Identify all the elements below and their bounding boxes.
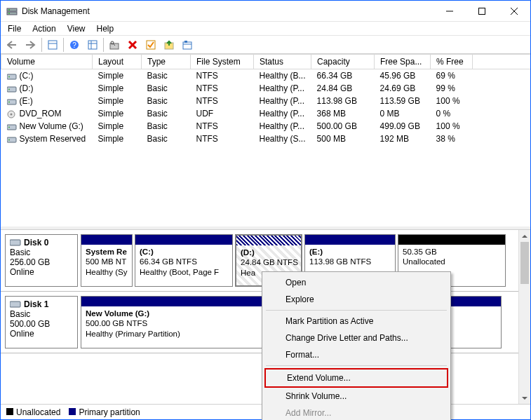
drive-icon — [7, 123, 17, 131]
ctx-sep — [266, 310, 447, 311]
help-button[interactable]: ? — [67, 37, 82, 53]
svg-point-3 — [8, 13, 10, 14]
forward-button[interactable] — [23, 37, 39, 53]
check-button[interactable] — [143, 37, 159, 53]
svg-rect-24 — [184, 41, 187, 43]
ctx-shrink-volume[interactable]: Shrink Volume... — [264, 388, 448, 405]
app-icon — [6, 6, 18, 17]
drive-icon — [7, 97, 17, 106]
menu-action[interactable]: Action — [32, 24, 55, 34]
drive-icon — [7, 135, 17, 144]
menu-file[interactable]: File — [8, 24, 21, 34]
toolbar-sep — [103, 38, 104, 52]
svg-rect-27 — [7, 87, 16, 92]
svg-rect-22 — [183, 42, 191, 49]
partition[interactable]: (C:)66.34 GB NTFSHealthy (Boot, Page F — [135, 234, 233, 287]
svg-rect-25 — [7, 74, 16, 79]
vertical-scrollbar[interactable] — [518, 230, 530, 404]
scroll-down-button[interactable] — [519, 392, 530, 404]
ctx-extend-volume[interactable]: Extend Volume... — [264, 368, 448, 388]
col-capacity[interactable]: Capacity — [311, 55, 375, 69]
ctx-change-letter[interactable]: Change Drive Letter and Paths... — [264, 330, 448, 346]
col-spacer — [473, 55, 530, 69]
col-layout[interactable]: Layout — [93, 55, 142, 69]
scroll-thumb[interactable] — [520, 242, 529, 284]
column-headers[interactable]: Volume Layout Type File System Status Ca… — [1, 55, 531, 69]
properties-button[interactable] — [180, 37, 195, 53]
back-button[interactable] — [5, 37, 20, 53]
svg-rect-35 — [7, 137, 16, 142]
title-bar: Disk Management — [1, 1, 530, 22]
drive-icon — [7, 72, 17, 81]
drive-icon — [7, 85, 17, 93]
window-title: Disk Management — [22, 6, 433, 16]
ctx-add-mirror: Add Mirror... — [264, 405, 448, 420]
svg-text:?: ? — [72, 41, 76, 49]
menu-help[interactable]: Help — [97, 24, 114, 34]
delete-button[interactable] — [125, 37, 140, 53]
scroll-up-button[interactable] — [519, 230, 530, 242]
window-controls — [433, 1, 530, 21]
col-filesystem[interactable]: File System — [191, 55, 254, 69]
layout-button[interactable] — [85, 37, 100, 53]
ctx-explore[interactable]: Explore — [264, 291, 448, 308]
svg-rect-33 — [7, 125, 16, 130]
volume-row[interactable]: (E:)SimpleBasicNTFSHealthy (P...113.98 G… — [1, 95, 531, 107]
rescan-button[interactable] — [107, 37, 122, 53]
svg-rect-8 — [48, 41, 57, 49]
menu-bar: File Action View Help — [1, 22, 530, 36]
partition[interactable]: System Re500 MB NTHealthy (Sy — [81, 234, 133, 287]
legend-unallocated: Unallocated — [6, 407, 60, 417]
svg-point-30 — [8, 101, 10, 102]
menu-view[interactable]: View — [67, 24, 86, 34]
ctx-mark-active[interactable]: Mark Partition as Active — [264, 313, 448, 330]
context-menu: Open Explore Mark Partition as Active Ch… — [262, 271, 451, 420]
ctx-open[interactable]: Open — [264, 274, 448, 291]
svg-line-6 — [511, 8, 518, 15]
disk-info[interactable]: Disk 1Basic500.00 GBOnline — [5, 296, 78, 348]
col-type[interactable]: Type — [142, 55, 191, 69]
drive-icon — [7, 110, 17, 118]
svg-rect-15 — [110, 43, 119, 49]
action-button[interactable] — [161, 37, 177, 53]
volume-list[interactable]: Volume Layout Type File System Status Ca… — [1, 54, 530, 229]
col-status[interactable]: Status — [254, 55, 311, 69]
svg-line-7 — [511, 8, 518, 15]
svg-point-36 — [8, 139, 10, 140]
toolbar-sep — [41, 38, 42, 52]
ctx-format[interactable]: Format... — [264, 346, 448, 363]
col-pctfree[interactable]: % Free — [431, 55, 473, 69]
volume-row[interactable]: New Volume (G:)SimpleBasicNTFSHealthy (P… — [1, 120, 531, 133]
toolbar: ? — [1, 36, 530, 54]
disk-management-window: Disk Management File Action View Help ? — [0, 0, 531, 420]
svg-rect-12 — [88, 41, 97, 49]
svg-point-28 — [8, 88, 10, 90]
volume-row[interactable]: DVD_ROMSimpleBasicUDFHealthy (P...368 MB… — [1, 107, 531, 120]
close-button[interactable] — [498, 1, 530, 21]
toolbar-sep — [63, 38, 64, 52]
disk-info[interactable]: Disk 0Basic256.00 GBOnline — [5, 234, 78, 287]
ctx-sep — [266, 365, 447, 366]
scroll-track[interactable] — [519, 242, 530, 392]
minimize-button[interactable] — [433, 1, 466, 21]
volume-row[interactable]: (C:)SimpleBasicNTFSHealthy (B...66.34 GB… — [1, 69, 531, 83]
svg-rect-5 — [479, 8, 485, 14]
volume-row[interactable]: System ReservedSimpleBasicNTFSHealthy (S… — [1, 133, 531, 145]
svg-rect-29 — [7, 100, 16, 104]
svg-rect-37 — [10, 240, 20, 245]
legend-primary: Primary partition — [69, 407, 140, 417]
col-freespace[interactable]: Free Spa... — [375, 55, 431, 69]
maximize-button[interactable] — [466, 1, 498, 21]
svg-point-34 — [8, 126, 10, 128]
col-volume[interactable]: Volume — [1, 55, 93, 69]
svg-point-2 — [8, 9, 10, 11]
volume-row[interactable]: (D:)SimpleBasicNTFSHealthy (P...24.84 GB… — [1, 82, 531, 95]
svg-point-32 — [10, 113, 12, 115]
settings-button[interactable] — [45, 37, 60, 53]
svg-rect-38 — [10, 302, 20, 307]
svg-point-26 — [8, 76, 10, 77]
